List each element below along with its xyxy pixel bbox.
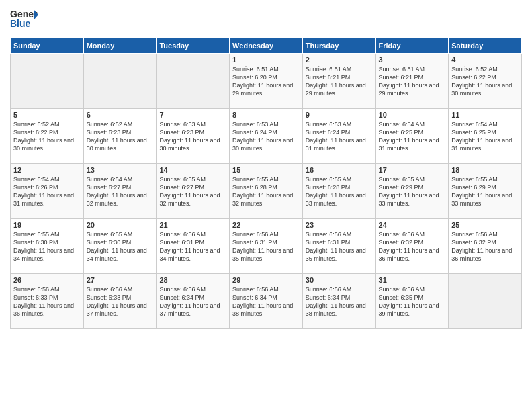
weekday-header-sunday: Sunday (11, 38, 84, 54)
weekday-header-tuesday: Tuesday (157, 38, 230, 54)
day-info: Sunrise: 6:55 AM Sunset: 6:28 PM Dayligh… (306, 175, 373, 208)
calendar-cell: 6Sunrise: 6:52 AM Sunset: 6:23 PM Daylig… (83, 109, 157, 164)
calendar-week-row: 12Sunrise: 6:54 AM Sunset: 6:26 PM Dayli… (11, 164, 522, 219)
day-number: 14 (159, 166, 226, 174)
day-info: Sunrise: 6:56 AM Sunset: 6:34 PM Dayligh… (232, 285, 300, 318)
day-info: Sunrise: 6:56 AM Sunset: 6:31 PM Dayligh… (306, 230, 373, 263)
calendar-cell (11, 54, 84, 109)
day-number: 3 (379, 56, 446, 64)
day-info: Sunrise: 6:56 AM Sunset: 6:33 PM Dayligh… (13, 285, 81, 318)
day-number: 18 (451, 166, 519, 174)
calendar-cell: 23Sunrise: 6:56 AM Sunset: 6:31 PM Dayli… (302, 219, 375, 274)
calendar-cell: 25Sunrise: 6:56 AM Sunset: 6:32 PM Dayli… (449, 219, 522, 274)
calendar-cell: 8Sunrise: 6:53 AM Sunset: 6:24 PM Daylig… (230, 109, 303, 164)
svg-text:Blue: Blue (10, 18, 31, 29)
weekday-header-saturday: Saturday (449, 38, 522, 54)
day-info: Sunrise: 6:52 AM Sunset: 6:22 PM Dayligh… (13, 120, 81, 153)
day-number: 26 (13, 276, 81, 284)
day-info: Sunrise: 6:55 AM Sunset: 6:27 PM Dayligh… (159, 175, 226, 208)
calendar-cell: 22Sunrise: 6:56 AM Sunset: 6:31 PM Dayli… (230, 219, 303, 274)
day-number: 17 (379, 166, 446, 174)
day-number: 5 (13, 111, 81, 119)
day-number: 31 (379, 276, 446, 284)
calendar-cell: 2Sunrise: 6:51 AM Sunset: 6:21 PM Daylig… (302, 54, 375, 109)
calendar-cell: 5Sunrise: 6:52 AM Sunset: 6:22 PM Daylig… (11, 109, 84, 164)
calendar-week-row: 26Sunrise: 6:56 AM Sunset: 6:33 PM Dayli… (11, 274, 522, 329)
day-info: Sunrise: 6:56 AM Sunset: 6:34 PM Dayligh… (159, 285, 226, 318)
day-number: 9 (306, 111, 373, 119)
day-number: 4 (451, 56, 519, 64)
calendar-cell: 26Sunrise: 6:56 AM Sunset: 6:33 PM Dayli… (11, 274, 84, 329)
calendar-cell: 1Sunrise: 6:51 AM Sunset: 6:20 PM Daylig… (230, 54, 303, 109)
day-number: 24 (379, 221, 446, 229)
calendar-cell: 16Sunrise: 6:55 AM Sunset: 6:28 PM Dayli… (302, 164, 375, 219)
calendar-cell: 15Sunrise: 6:55 AM Sunset: 6:28 PM Dayli… (230, 164, 303, 219)
weekday-header-monday: Monday (83, 38, 157, 54)
day-info: Sunrise: 6:56 AM Sunset: 6:32 PM Dayligh… (451, 230, 519, 263)
day-info: Sunrise: 6:51 AM Sunset: 6:21 PM Dayligh… (379, 65, 446, 98)
calendar-week-row: 5Sunrise: 6:52 AM Sunset: 6:22 PM Daylig… (11, 109, 522, 164)
day-info: Sunrise: 6:54 AM Sunset: 6:25 PM Dayligh… (451, 120, 519, 153)
day-number: 22 (232, 221, 300, 229)
day-info: Sunrise: 6:53 AM Sunset: 6:23 PM Dayligh… (159, 120, 226, 153)
day-number: 30 (306, 276, 373, 284)
day-info: Sunrise: 6:56 AM Sunset: 6:31 PM Dayligh… (159, 230, 226, 263)
day-info: Sunrise: 6:51 AM Sunset: 6:21 PM Dayligh… (306, 65, 373, 98)
calendar-cell: 3Sunrise: 6:51 AM Sunset: 6:21 PM Daylig… (375, 54, 449, 109)
calendar-cell: 9Sunrise: 6:53 AM Sunset: 6:24 PM Daylig… (302, 109, 375, 164)
day-number: 25 (451, 221, 519, 229)
day-number: 20 (87, 221, 154, 229)
calendar-cell: 4Sunrise: 6:52 AM Sunset: 6:22 PM Daylig… (449, 54, 522, 109)
day-info: Sunrise: 6:54 AM Sunset: 6:27 PM Dayligh… (87, 175, 154, 208)
day-number: 13 (87, 166, 154, 174)
calendar-cell: 19Sunrise: 6:55 AM Sunset: 6:30 PM Dayli… (11, 219, 84, 274)
calendar-week-row: 19Sunrise: 6:55 AM Sunset: 6:30 PM Dayli… (11, 219, 522, 274)
weekday-header-thursday: Thursday (302, 38, 375, 54)
day-number: 11 (451, 111, 519, 119)
calendar-cell: 17Sunrise: 6:55 AM Sunset: 6:29 PM Dayli… (375, 164, 449, 219)
calendar-cell: 10Sunrise: 6:54 AM Sunset: 6:25 PM Dayli… (375, 109, 449, 164)
day-info: Sunrise: 6:56 AM Sunset: 6:32 PM Dayligh… (379, 230, 446, 263)
weekday-header-friday: Friday (375, 38, 449, 54)
calendar-cell: 29Sunrise: 6:56 AM Sunset: 6:34 PM Dayli… (230, 274, 303, 329)
calendar-cell: 11Sunrise: 6:54 AM Sunset: 6:25 PM Dayli… (449, 109, 522, 164)
day-number: 10 (379, 111, 446, 119)
calendar-cell (83, 54, 157, 109)
calendar-cell: 30Sunrise: 6:56 AM Sunset: 6:34 PM Dayli… (302, 274, 375, 329)
day-info: Sunrise: 6:53 AM Sunset: 6:24 PM Dayligh… (232, 120, 300, 153)
day-number: 1 (232, 56, 300, 64)
day-info: Sunrise: 6:56 AM Sunset: 6:33 PM Dayligh… (87, 285, 154, 318)
page-header: General Blue (10, 7, 522, 32)
day-info: Sunrise: 6:55 AM Sunset: 6:28 PM Dayligh… (232, 175, 300, 208)
day-number: 23 (306, 221, 373, 229)
day-number: 29 (232, 276, 300, 284)
day-info: Sunrise: 6:55 AM Sunset: 6:30 PM Dayligh… (87, 230, 154, 263)
day-number: 12 (13, 166, 81, 174)
day-info: Sunrise: 6:53 AM Sunset: 6:24 PM Dayligh… (306, 120, 373, 153)
day-info: Sunrise: 6:55 AM Sunset: 6:30 PM Dayligh… (13, 230, 81, 263)
logo: General Blue (10, 7, 38, 32)
day-number: 8 (232, 111, 300, 119)
calendar-cell: 12Sunrise: 6:54 AM Sunset: 6:26 PM Dayli… (11, 164, 84, 219)
day-info: Sunrise: 6:55 AM Sunset: 6:29 PM Dayligh… (379, 175, 446, 208)
day-info: Sunrise: 6:56 AM Sunset: 6:35 PM Dayligh… (379, 285, 446, 318)
day-number: 7 (159, 111, 226, 119)
calendar-cell: 14Sunrise: 6:55 AM Sunset: 6:27 PM Dayli… (157, 164, 230, 219)
day-number: 27 (87, 276, 154, 284)
calendar-cell: 31Sunrise: 6:56 AM Sunset: 6:35 PM Dayli… (375, 274, 449, 329)
calendar-cell: 20Sunrise: 6:55 AM Sunset: 6:30 PM Dayli… (83, 219, 157, 274)
calendar-table: SundayMondayTuesdayWednesdayThursdayFrid… (10, 38, 522, 329)
day-number: 21 (159, 221, 226, 229)
day-info: Sunrise: 6:55 AM Sunset: 6:29 PM Dayligh… (451, 175, 519, 208)
calendar-cell: 28Sunrise: 6:56 AM Sunset: 6:34 PM Dayli… (157, 274, 230, 329)
weekday-header-wednesday: Wednesday (230, 38, 303, 54)
day-number: 2 (306, 56, 373, 64)
calendar-cell: 27Sunrise: 6:56 AM Sunset: 6:33 PM Dayli… (83, 274, 157, 329)
calendar-cell (449, 274, 522, 329)
weekday-header-row: SundayMondayTuesdayWednesdayThursdayFrid… (11, 38, 522, 54)
calendar-cell: 7Sunrise: 6:53 AM Sunset: 6:23 PM Daylig… (157, 109, 230, 164)
calendar-cell: 24Sunrise: 6:56 AM Sunset: 6:32 PM Dayli… (375, 219, 449, 274)
calendar-cell: 13Sunrise: 6:54 AM Sunset: 6:27 PM Dayli… (83, 164, 157, 219)
day-number: 6 (87, 111, 154, 119)
day-info: Sunrise: 6:56 AM Sunset: 6:31 PM Dayligh… (232, 230, 300, 263)
